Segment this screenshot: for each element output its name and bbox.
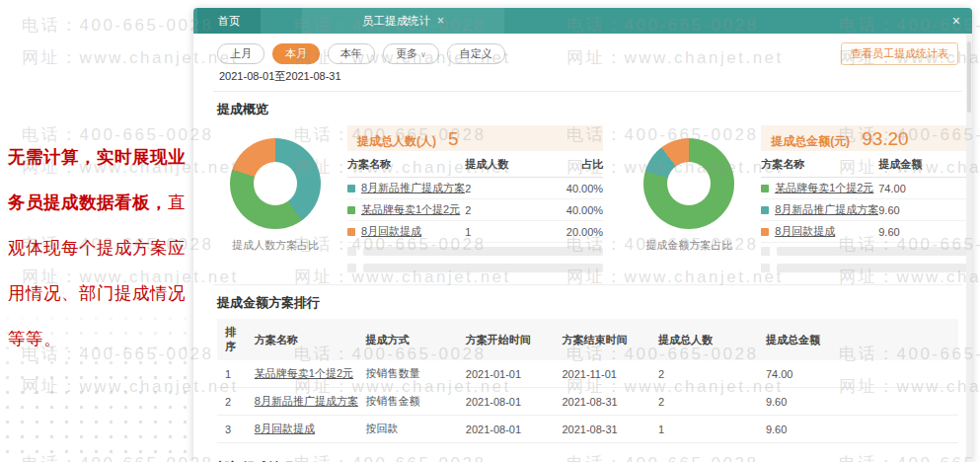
amount-donut-chart (643, 138, 734, 229)
cell: 9.60 (762, 416, 958, 443)
tab-commission-stats-label: 员工提成统计 (362, 14, 430, 29)
cell: 按销售数量 (361, 360, 461, 388)
column-header: 提成金额 (878, 157, 951, 172)
table-row: 8月回款提成 1 20.00% (347, 221, 603, 243)
tab-commission-stats[interactable]: 员工提成统计 × (302, 8, 504, 34)
plan-link[interactable]: 8月新品推广提成方案 (775, 202, 878, 217)
cell-value: 74.00 (878, 183, 951, 194)
people-metric-label: 提成总人数(人) (357, 133, 436, 150)
table-row: 2 8月新品推广提成方案 按销售金额 2021-08-01 2021-08-31… (217, 388, 958, 416)
column-header: 方案名称 (761, 157, 878, 172)
column-header: 方案开始时间 (462, 319, 559, 360)
cell: 2021-01-01 (462, 360, 559, 388)
cell: 1 (654, 416, 762, 443)
column-header: 排序 (217, 319, 251, 360)
plan-link[interactable]: 8月新品推广提成方案 (255, 395, 358, 407)
column-header: 提成方式 (361, 319, 461, 360)
divider (213, 91, 962, 92)
plan-link[interactable]: 8月回款提成 (361, 224, 421, 239)
cell: 2021-08-31 (558, 416, 654, 443)
skeleton-row (761, 243, 972, 260)
plan-link[interactable]: 8月新品推广提成方案 (361, 181, 465, 195)
plan-link[interactable]: 8月回款提成 (775, 224, 835, 239)
cell: 2021-08-01 (462, 388, 559, 416)
people-donut-caption: 提成人数方案占比 (232, 238, 319, 253)
table-row: 1 某品牌每卖1个提2元 按销售数量 2021-01-01 2021-11-01… (217, 360, 958, 388)
ranking-table: 排序 方案名称 提成方式 方案开始时间 方案结束时间 提成总人数 提成总金额 1… (217, 319, 958, 443)
cell-pct: 20.00% (538, 226, 603, 238)
people-donut-column: 提成人数方案占比 (217, 125, 334, 276)
people-metric-banner: 提成总人数(人) 5 (347, 125, 603, 151)
scrollbar-thumb[interactable] (967, 41, 971, 113)
toolbar: 上月 本月 本年 更多∨ 自定义 查看员工提成统计表 (217, 42, 958, 65)
skeleton-row (347, 243, 603, 260)
ranking-table-header: 排序 方案名称 提成方式 方案开始时间 方案结束时间 提成总人数 提成总金额 (217, 319, 958, 360)
cell: 2021-08-01 (462, 416, 559, 443)
column-header: 方案名称 (347, 157, 465, 172)
cell-value: 9.60 (878, 226, 951, 238)
app-window: 首页 员工提成统计 × × 上月 本月 本年 更多∨ 自定义 查看员工提成统计表… (193, 8, 972, 462)
plan-link[interactable]: 8月回款提成 (255, 423, 315, 434)
cell-value: 2 (465, 183, 538, 194)
cell: 按销售金额 (361, 388, 461, 416)
people-table-header: 方案名称 提成人数 占比 (347, 151, 603, 178)
table-row: 某品牌每卖1个提2元 74.00 79.40% (761, 178, 972, 199)
divider (213, 284, 962, 285)
overview-section-title: 提成概览 (217, 101, 958, 118)
amount-metric-banner: 提成总金额(元) 93.20 (761, 125, 972, 151)
amount-donut-caption: 提成金额方案占比 (645, 238, 732, 253)
scrollbar[interactable] (966, 34, 972, 462)
date-filter-group: 上月 本月 本年 更多∨ 自定义 (217, 43, 505, 64)
view-report-button[interactable]: 查看员工提成统计表 (841, 42, 958, 65)
cell: 2021-08-31 (558, 388, 654, 416)
legend-square (347, 206, 355, 214)
column-header: 方案结束时间 (558, 319, 654, 360)
marketing-note-regular: 直观体现每个提成方案应用情况、部门提成情况等等。 (8, 192, 186, 348)
cell: 2021-11-01 (558, 360, 654, 388)
ranking-section-title: 提成金额方案排行 (217, 294, 958, 312)
people-donut-chart (230, 138, 321, 229)
tab-home[interactable]: 首页 (197, 8, 261, 34)
table-row: 8月新品推广提成方案 2 40.00% (347, 178, 603, 199)
filter-last-month[interactable]: 上月 (217, 43, 264, 64)
cell-pct: 40.00% (538, 204, 603, 216)
legend-square (761, 228, 769, 236)
people-table-column: 提成总人数(人) 5 方案名称 提成人数 占比 8月新品推广提成方案 2 40.… (347, 125, 603, 276)
plan-link[interactable]: 某品牌每卖1个提2元 (775, 181, 873, 195)
content-area: 上月 本月 本年 更多∨ 自定义 查看员工提成统计表 2021-08-01至20… (193, 34, 972, 462)
amount-donut-column: 提成金额方案占比 (631, 125, 747, 276)
filter-this-month[interactable]: 本月 (272, 43, 320, 64)
cell-value: 1 (465, 226, 538, 238)
filter-more-label: 更多 (396, 47, 417, 59)
legend-square (347, 228, 355, 236)
column-header: 提成总金额 (762, 319, 958, 360)
plan-link[interactable]: 某品牌每卖1个提2元 (255, 367, 353, 379)
marketing-note: 无需计算，实时展现业务员提成数据看板，直观体现每个提成方案应用情况、部门提成情况… (8, 134, 197, 361)
filter-custom[interactable]: 自定义 (447, 43, 505, 64)
table-row: 3 8月回款提成 按回款 2021-08-01 2021-08-31 1 9.6… (217, 416, 958, 443)
skeleton-row (761, 260, 972, 276)
chevron-down-icon: ∨ (420, 50, 426, 59)
people-metric-value: 5 (448, 128, 459, 150)
cell: 2 (654, 388, 762, 416)
marketing-note-bold: 无需计算，实时展现业务员提成数据看板， (8, 147, 186, 212)
filter-this-year[interactable]: 本年 (328, 43, 375, 64)
legend-square (347, 185, 355, 192)
skeleton-row (347, 260, 603, 276)
cell: 74.00 (762, 360, 958, 388)
column-header: 提成人数 (465, 157, 538, 172)
tab-close-icon[interactable]: × (437, 14, 444, 28)
column-header: 占比 (538, 157, 603, 172)
cell: 1 (217, 360, 251, 388)
people-overview-panel: 提成人数方案占比 提成总人数(人) 5 方案名称 提成人数 占比 (217, 125, 603, 276)
amount-table-column: 提成总金额(元) 93.20 方案名称 提成金额 占比 某品牌每卖1个提2元 7… (761, 125, 972, 276)
cell: 2 (654, 360, 762, 388)
legend-square (761, 185, 769, 192)
column-header: 提成总人数 (654, 319, 762, 360)
date-range-text: 2021-08-01至2021-08-31 (219, 69, 958, 84)
amount-overview-panel: 提成金额方案占比 提成总金额(元) 93.20 方案名称 提成金额 占比 (631, 125, 972, 276)
overview-grid: 提成人数方案占比 提成总人数(人) 5 方案名称 提成人数 占比 (217, 125, 958, 276)
filter-more[interactable]: 更多∨ (383, 43, 439, 64)
window-close-icon[interactable]: × (952, 8, 960, 34)
plan-link[interactable]: 某品牌每卖1个提2元 (361, 202, 460, 217)
